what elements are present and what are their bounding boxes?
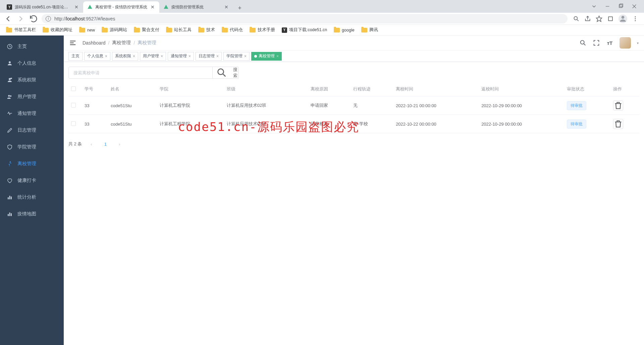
chevron-down-icon[interactable]: ▾ (637, 41, 639, 45)
user-avatar[interactable] (620, 37, 631, 49)
sidebar-item-logs[interactable]: 日志管理 (0, 122, 64, 139)
table-row[interactable]: 33 code51Stu 计算机工程学院 计算机应用技术02班 申请回家 无 2… (68, 96, 639, 115)
tag-close-icon[interactable]: × (276, 54, 279, 59)
pagination-total: 共 2 条 (68, 141, 82, 147)
site-info-icon[interactable]: i (46, 16, 51, 21)
checkbox[interactable] (71, 121, 76, 126)
sidebar: 主页 个人信息 系统权限 用户管理 通知管理 日志管理 学院管理 离校管理 健康… (0, 36, 64, 345)
sidebar-item-map[interactable]: 疫情地图 (0, 206, 64, 222)
folder-icon (6, 28, 12, 32)
bookmark-folder[interactable]: 聚合支付 (131, 26, 162, 34)
delete-button[interactable] (613, 100, 623, 111)
back-button[interactable] (3, 14, 13, 23)
pagination-prev[interactable]: ‹ (87, 139, 96, 149)
tag-notifications[interactable]: 通知管理× (168, 52, 194, 61)
search-icon[interactable] (579, 39, 587, 47)
dashboard-icon (7, 44, 13, 50)
browser-tab[interactable]: 疫情防控管理系统 ✕ (159, 1, 233, 13)
tag-permissions[interactable]: 系统权限× (112, 52, 138, 61)
bookmark-folder[interactable]: 站长工具 (163, 26, 194, 34)
shield-icon (7, 144, 13, 150)
bell-icon (7, 111, 13, 117)
bookmark-folder[interactable]: 技术 (196, 26, 218, 34)
sidebar-item-permissions[interactable]: 系统权限 (0, 72, 64, 88)
tab-close-icon[interactable]: ✕ (74, 4, 79, 10)
hamburger-icon[interactable] (69, 39, 76, 47)
breadcrumb-root[interactable]: Dashboard (83, 40, 106, 46)
sidebar-item-college[interactable]: 学院管理 (0, 139, 64, 155)
pagination: 共 2 条 ‹ 1 › (68, 139, 639, 149)
bookmark-folder[interactable]: 腾讯 (359, 26, 381, 34)
sidebar-item-users[interactable]: 用户管理 (0, 88, 64, 105)
chevron-down-icon[interactable] (591, 3, 597, 9)
bookmark-item[interactable]: Y项目下载:code51.cn (279, 26, 330, 34)
font-size-icon[interactable]: тT (606, 39, 613, 47)
minimize-icon[interactable] (604, 3, 610, 9)
reload-button[interactable] (29, 14, 38, 23)
browser-tab[interactable]: Y 源码乐园 code51.cn-项目论文代 ✕ (3, 1, 83, 13)
site-icon: Y (282, 27, 287, 33)
search-icon[interactable] (573, 15, 580, 22)
fullscreen-icon[interactable] (593, 39, 600, 47)
tag-close-icon[interactable]: × (244, 54, 247, 59)
tab-close-icon[interactable]: ✕ (224, 4, 229, 10)
tab-close-icon[interactable]: ✕ (150, 4, 155, 10)
tag-college[interactable]: 学院管理× (223, 52, 250, 61)
svg-rect-22 (11, 197, 12, 199)
svg-point-5 (574, 16, 577, 20)
table-row[interactable]: 33 code51Stu 计算机工程学院 计算机应用技术02班 回家相亲 家-学… (68, 115, 639, 133)
tag-profile[interactable]: 个人信息× (84, 52, 110, 61)
sidebar-item-health[interactable]: 健康打卡 (0, 172, 64, 189)
tag-close-icon[interactable]: × (133, 54, 135, 59)
sidebar-item-stats[interactable]: 统计分析 (0, 189, 64, 206)
checkbox-all[interactable] (71, 86, 76, 91)
sidebar-item-notifications[interactable]: 通知管理 (0, 105, 64, 122)
folder-icon (250, 28, 256, 32)
tag-users[interactable]: 用户管理× (140, 52, 166, 61)
browser-tab-active[interactable]: 离校管理 - 疫情防控管理系统 ✕ (83, 1, 159, 13)
svg-point-10 (635, 16, 636, 17)
folder-icon (361, 28, 367, 32)
tag-close-icon[interactable]: × (161, 54, 163, 59)
bookmark-folder[interactable]: 书签工具栏 (3, 26, 39, 34)
tag-close-icon[interactable]: × (189, 54, 191, 59)
profile-avatar[interactable] (619, 14, 627, 23)
star-icon[interactable] (596, 15, 602, 22)
pagination-next[interactable]: › (115, 139, 124, 149)
sidebar-item-home[interactable]: 主页 (0, 38, 64, 55)
bookmark-folder[interactable]: new (76, 26, 98, 34)
tag-close-icon[interactable]: × (216, 54, 219, 59)
bookmark-folder[interactable]: 收藏的网址 (40, 26, 75, 34)
checkbox[interactable] (71, 103, 76, 108)
svg-point-29 (581, 41, 584, 44)
tag-leave-active[interactable]: 离校管理× (251, 52, 282, 61)
share-icon[interactable] (584, 15, 591, 22)
status-badge[interactable]: 待审批 (567, 101, 586, 110)
bookmark-folder[interactable]: 代码仓 (219, 26, 246, 34)
search-input[interactable] (68, 67, 213, 79)
bookmark-folder[interactable]: 技术手册 (247, 26, 278, 34)
close-icon[interactable] (631, 3, 637, 9)
bookmark-folder[interactable]: google (331, 26, 357, 34)
breadcrumb-mid[interactable]: 离校管理 (112, 40, 131, 46)
search-button[interactable]: 搜索 (213, 67, 239, 79)
maximize-icon[interactable] (618, 3, 624, 9)
new-tab-button[interactable]: + (235, 3, 245, 13)
delete-button[interactable] (613, 119, 623, 129)
tag-logs[interactable]: 日志管理× (196, 52, 222, 61)
address-bar[interactable]: i http://localhost:9527/#/leaves (42, 14, 568, 23)
tab-title: 源码乐园 code51.cn-项目论文代 (15, 4, 71, 10)
sidebar-item-profile[interactable]: 个人信息 (0, 55, 64, 72)
tags-view: 主页 个人信息× 系统权限× 用户管理× 通知管理× 日志管理× 学院管理× 离… (64, 51, 644, 62)
forward-button[interactable] (16, 14, 25, 23)
chart-icon (7, 194, 13, 200)
status-badge[interactable]: 待审批 (567, 120, 586, 129)
tag-close-icon[interactable]: × (105, 54, 107, 59)
bookmark-folder[interactable]: 源码网站 (99, 26, 130, 34)
svg-point-31 (218, 69, 224, 75)
menu-icon[interactable] (632, 15, 639, 22)
extensions-icon[interactable] (607, 15, 614, 22)
sidebar-item-leave[interactable]: 离校管理 (0, 155, 64, 172)
tag-home[interactable]: 主页 (68, 52, 83, 61)
pagination-page[interactable]: 1 (101, 139, 110, 149)
